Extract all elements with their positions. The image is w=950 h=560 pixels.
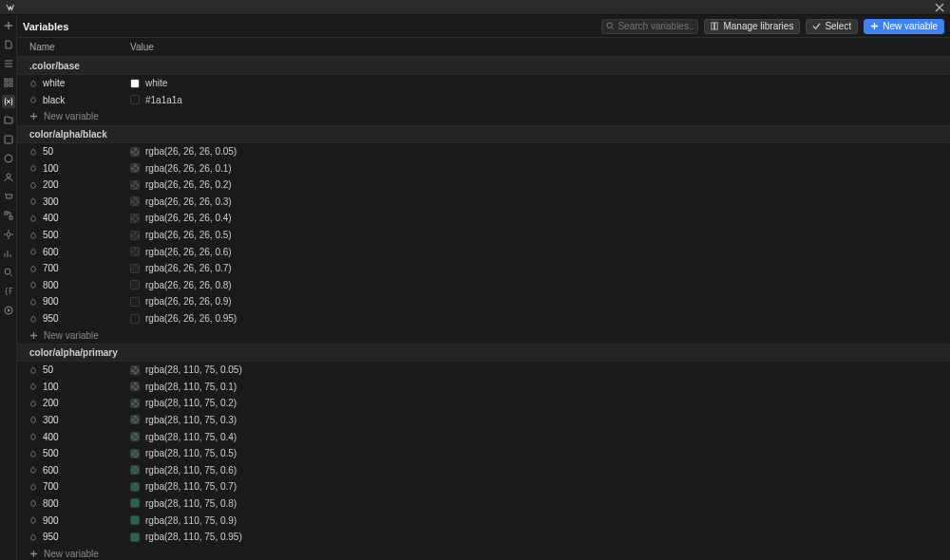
tool-cms[interactable] bbox=[2, 133, 15, 146]
variable-name: 800 bbox=[43, 280, 59, 290]
variable-row[interactable]: 600rgba(28, 110, 75, 0.6) bbox=[17, 461, 950, 478]
variable-row[interactable]: 800rgba(28, 110, 75, 0.8) bbox=[17, 495, 950, 513]
tool-navigator[interactable] bbox=[2, 57, 15, 70]
tool-apps[interactable] bbox=[2, 152, 15, 165]
color-swatch bbox=[130, 79, 140, 88]
group-header[interactable]: color/alpha/primary bbox=[17, 344, 950, 362]
variable-name-cell: 900 bbox=[29, 515, 130, 526]
variable-row[interactable]: 500rgba(28, 110, 75, 0.5) bbox=[17, 445, 950, 462]
variable-row[interactable]: 100rgba(26, 26, 26, 0.1) bbox=[17, 159, 950, 177]
tool-find[interactable] bbox=[2, 266, 15, 279]
color-swatch bbox=[130, 432, 140, 441]
variable-name: 800 bbox=[43, 498, 59, 509]
variable-name-cell: 800 bbox=[29, 498, 130, 509]
variable-row[interactable]: 950rgba(28, 110, 75, 0.95) bbox=[17, 529, 950, 546]
variable-row[interactable]: 300rgba(26, 26, 26, 0.3) bbox=[17, 194, 950, 211]
variable-row[interactable]: 200rgba(26, 26, 26, 0.2) bbox=[17, 177, 950, 194]
variable-row[interactable]: 900rgba(28, 110, 75, 0.9) bbox=[17, 512, 950, 529]
variable-row[interactable]: 300rgba(28, 110, 75, 0.3) bbox=[17, 412, 950, 429]
svg-text:{F: {F bbox=[4, 288, 13, 296]
variable-row[interactable]: 600rgba(26, 26, 26, 0.6) bbox=[17, 243, 950, 260]
group-header[interactable]: .color/base bbox=[17, 57, 950, 75]
tool-page[interactable] bbox=[2, 38, 15, 51]
variable-name-cell: 100 bbox=[29, 163, 130, 174]
variable-row[interactable]: 700rgba(28, 110, 75, 0.7) bbox=[17, 478, 950, 495]
variable-name: 600 bbox=[43, 465, 59, 476]
variable-name-cell: white bbox=[29, 78, 130, 88]
variable-name: 100 bbox=[43, 382, 59, 392]
variable-name: 50 bbox=[43, 364, 53, 375]
variable-row[interactable]: black#1a1a1a bbox=[17, 92, 950, 109]
close-icon[interactable] bbox=[933, 1, 946, 14]
color-type-icon bbox=[29, 533, 37, 541]
col-header-value: Value bbox=[130, 42, 154, 52]
variable-name: 400 bbox=[43, 213, 59, 223]
new-variable-row[interactable]: New variable bbox=[17, 327, 950, 344]
variable-name-cell: 700 bbox=[29, 263, 130, 273]
variable-value-cell: rgba(26, 26, 26, 0.05) bbox=[130, 146, 237, 157]
variable-row[interactable]: 50rgba(26, 26, 26, 0.05) bbox=[17, 143, 950, 160]
variable-row[interactable]: 100rgba(28, 110, 75, 0.1) bbox=[17, 379, 950, 396]
tool-ecommerce[interactable] bbox=[2, 190, 15, 203]
tool-settings[interactable] bbox=[2, 228, 15, 241]
variable-value-cell: rgba(26, 26, 26, 0.95) bbox=[130, 313, 237, 324]
variable-row[interactable]: whitewhite bbox=[17, 75, 950, 92]
variable-name-cell: 600 bbox=[29, 247, 130, 257]
tool-variables[interactable] bbox=[2, 95, 15, 108]
tool-assets[interactable] bbox=[2, 114, 15, 127]
variable-row[interactable]: 900rgba(26, 26, 26, 0.9) bbox=[17, 293, 950, 310]
color-swatch bbox=[130, 297, 140, 307]
new-variable-label: New variable bbox=[44, 111, 99, 121]
variable-name: white bbox=[43, 78, 65, 88]
tool-components[interactable] bbox=[2, 76, 15, 89]
variable-name-cell: 200 bbox=[29, 179, 130, 190]
variable-value: rgba(28, 110, 75, 0.4) bbox=[145, 432, 237, 442]
variable-row[interactable]: 700rgba(26, 26, 26, 0.7) bbox=[17, 260, 950, 277]
variable-row[interactable]: 800rgba(26, 26, 26, 0.8) bbox=[17, 277, 950, 294]
variable-value-cell: rgba(26, 26, 26, 0.1) bbox=[130, 163, 232, 174]
variable-value: rgba(26, 26, 26, 0.7) bbox=[145, 263, 232, 273]
variable-row[interactable]: 200rgba(28, 110, 75, 0.2) bbox=[17, 395, 950, 412]
tool-help[interactable]: {F bbox=[2, 285, 15, 298]
color-type-icon bbox=[29, 281, 37, 289]
color-swatch bbox=[130, 95, 140, 104]
tool-audit[interactable] bbox=[2, 247, 15, 260]
color-type-icon bbox=[29, 433, 37, 440]
svg-rect-14 bbox=[712, 23, 714, 29]
variable-value-cell: rgba(28, 110, 75, 0.9) bbox=[130, 515, 237, 526]
variables-panel: Variables Manage libraries Select New va… bbox=[17, 15, 950, 560]
color-swatch bbox=[130, 180, 140, 190]
tool-users[interactable] bbox=[2, 171, 15, 184]
new-variable-button[interactable]: New variable bbox=[864, 19, 944, 34]
variable-value-cell: rgba(28, 110, 75, 0.4) bbox=[130, 432, 237, 442]
manage-libraries-button[interactable]: Manage libraries bbox=[704, 19, 800, 34]
variable-value: rgba(26, 26, 26, 0.9) bbox=[145, 296, 232, 307]
panel-header: Variables Manage libraries Select New va… bbox=[17, 15, 950, 38]
new-variable-row[interactable]: New variable bbox=[17, 108, 950, 125]
variable-row[interactable]: 950rgba(26, 26, 26, 0.95) bbox=[17, 310, 950, 327]
tool-logic[interactable] bbox=[2, 209, 15, 222]
new-variable-row[interactable]: New variable bbox=[17, 545, 950, 560]
select-button[interactable]: Select bbox=[806, 19, 858, 34]
variable-row[interactable]: 400rgba(28, 110, 75, 0.4) bbox=[17, 428, 950, 445]
variable-name: 50 bbox=[43, 146, 53, 157]
color-swatch bbox=[130, 214, 140, 223]
search-input[interactable] bbox=[601, 19, 698, 34]
variable-row[interactable]: 400rgba(26, 26, 26, 0.4) bbox=[17, 210, 950, 227]
variable-value: rgba(28, 110, 75, 0.1) bbox=[145, 382, 237, 392]
variables-list[interactable]: .color/basewhitewhiteblack#1a1a1aNew var… bbox=[17, 57, 950, 560]
color-swatch bbox=[130, 231, 140, 240]
variable-row[interactable]: 500rgba(26, 26, 26, 0.5) bbox=[17, 227, 950, 244]
tool-add[interactable] bbox=[2, 19, 15, 32]
group-header[interactable]: color/alpha/black bbox=[17, 125, 950, 143]
color-type-icon bbox=[29, 232, 37, 239]
variable-value-cell: rgba(28, 110, 75, 0.7) bbox=[130, 481, 237, 492]
variable-name-cell: 100 bbox=[29, 382, 130, 392]
tool-video[interactable] bbox=[2, 304, 15, 317]
svg-point-6 bbox=[7, 174, 10, 177]
variable-row[interactable]: 50rgba(28, 110, 75, 0.05) bbox=[17, 362, 950, 379]
variable-name-cell: 950 bbox=[29, 313, 130, 324]
column-headers: Name Value bbox=[17, 38, 950, 57]
variable-value: white bbox=[145, 78, 167, 88]
new-variable-label: New variable bbox=[44, 330, 99, 341]
